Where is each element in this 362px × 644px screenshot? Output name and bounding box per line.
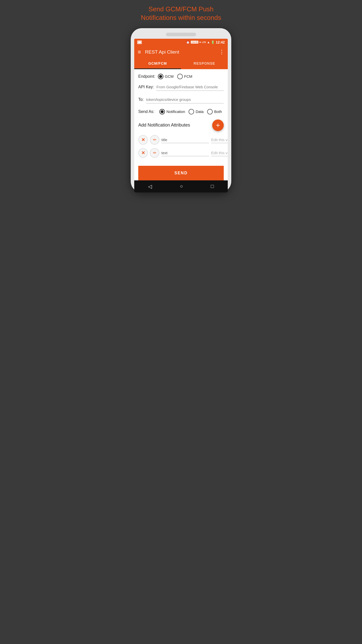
send-as-label: Send As: [138,109,154,114]
to-input[interactable] [146,96,224,103]
add-attribute-button[interactable]: + [212,119,224,131]
fcm-radio-outer[interactable] [177,74,183,79]
gcm-radio-label: GCM [165,74,174,78]
content-area: Endpoint: GCM FCM [134,69,228,180]
top-bar: ≡ REST Api Client ⋮ [134,46,228,58]
api-key-row: API Key: [138,84,224,91]
send-button[interactable]: SEND [138,166,224,180]
hamburger-icon[interactable]: ≡ [138,49,141,55]
endpoint-radio-group: GCM FCM [158,74,193,79]
status-bar: ⏰ VOLTE ▾ LTE ▲ 🔋 12:42 [134,39,228,46]
notification-icon [137,41,142,44]
edit-text-key-button[interactable]: ✏ [150,148,159,158]
send-as-data-option[interactable]: Data [189,109,204,114]
both-radio-label: Both [214,109,222,114]
endpoint-gcm-option[interactable]: GCM [158,74,174,79]
to-row: To: [138,96,224,103]
text-value-input[interactable] [211,150,228,156]
back-icon[interactable]: ◁ [148,183,152,189]
tab-response[interactable]: RESPONSE [181,58,228,69]
send-as-row: Send As: Notification Data [138,109,224,114]
notification-radio-inner [161,110,164,113]
send-as-notification-option[interactable]: Notification [159,109,185,114]
status-right: ⏰ VOLTE ▾ LTE ▲ 🔋 12:42 [186,40,225,44]
attribute-row-text: ✕ ✏ [138,148,224,158]
alarm-icon: ⏰ [186,41,190,44]
fcm-radio-label: FCM [184,74,193,78]
api-key-label: API Key: [138,85,154,91]
delete-text-button[interactable]: ✕ [138,148,148,158]
delete-title-icon: ✕ [141,137,145,143]
delete-title-button[interactable]: ✕ [138,135,148,145]
data-radio-label: Data [196,109,204,114]
delete-text-icon: ✕ [141,150,145,156]
hero-title: Send GCM/FCM Push Notifications within s… [128,5,234,22]
notification-radio-outer[interactable] [159,109,165,114]
api-key-input[interactable] [156,84,224,91]
send-as-options: Notification Data Both [159,109,222,114]
send-as-both-option[interactable]: Both [207,109,222,114]
to-label: To: [138,97,144,103]
home-icon[interactable]: ○ [180,183,183,189]
app-title: REST Api Client [145,49,219,55]
phone-device: ⏰ VOLTE ▾ LTE ▲ 🔋 12:42 ≡ REST Api Clien… [131,28,231,192]
title-value-input[interactable] [211,137,228,143]
nav-bar: ◁ ○ □ [134,180,228,192]
notification-radio-label: Notification [166,109,185,114]
edit-title-key-button[interactable]: ✏ [150,135,159,145]
signal-icon: ▲ [207,41,210,44]
wifi-icon: ▾ [199,41,201,44]
data-radio-outer[interactable] [189,109,194,114]
gcm-radio-outer[interactable] [158,74,163,79]
endpoint-row: Endpoint: GCM FCM [138,74,224,79]
status-left [137,41,142,44]
phone-speaker [166,33,196,36]
lte-icon: LTE [202,41,206,44]
page-wrapper: Send GCM/FCM Push Notifications within s… [128,5,234,192]
text-key-input[interactable] [161,150,209,156]
phone-screen: ⏰ VOLTE ▾ LTE ▲ 🔋 12:42 ≡ REST Api Clien… [134,39,228,192]
add-notification-label: Add Notification Attributes [138,123,190,128]
status-time: 12:42 [216,40,225,44]
tabs: GCM/FCM RESPONSE [134,58,228,69]
title-key-input[interactable] [161,137,209,143]
gcm-radio-inner [159,75,162,78]
battery-icon: 🔋 [211,41,215,44]
add-notification-row: Add Notification Attributes + [138,119,224,131]
volte-badge: VOLTE [191,41,198,44]
edit-title-key-icon: ✏ [153,137,156,142]
edit-text-key-icon: ✏ [153,150,156,155]
recents-icon[interactable]: □ [211,183,214,189]
endpoint-label: Endpoint: [138,74,155,79]
attribute-row-title: ✕ ✏ [138,135,224,145]
both-radio-outer[interactable] [207,109,213,114]
more-icon[interactable]: ⋮ [219,49,224,55]
endpoint-fcm-option[interactable]: FCM [177,74,193,79]
tab-gcm-fcm[interactable]: GCM/FCM [134,58,181,69]
